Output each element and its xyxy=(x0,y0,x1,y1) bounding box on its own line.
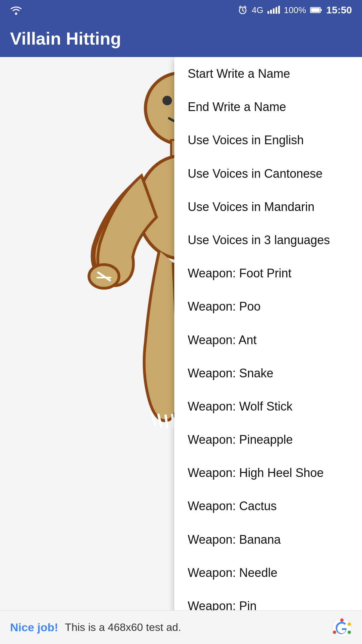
menu-item-weapon-snake[interactable]: Weapon: Snake xyxy=(174,357,362,390)
app-title: Villain Hitting xyxy=(10,29,121,49)
menu-item-weapon-poo[interactable]: Weapon: Poo xyxy=(174,290,362,323)
menu-item-end-write-name[interactable]: End Write a Name xyxy=(174,90,362,123)
svg-point-29 xyxy=(348,623,351,626)
menu-item-weapon-pin[interactable]: Weapon: Pin xyxy=(174,589,362,610)
menu-item-use-voices-mandarin[interactable]: Use Voices in Mandarin xyxy=(174,190,362,223)
svg-point-28 xyxy=(340,619,344,622)
menu-item-weapon-banana[interactable]: Weapon: Banana xyxy=(174,523,362,556)
menu-item-use-voices-cantonese[interactable]: Use Voices in Cantonese xyxy=(174,157,362,190)
signal-bars xyxy=(267,6,280,14)
network-label: 4G xyxy=(252,5,263,15)
svg-line-20 xyxy=(172,415,173,427)
status-bar-right: 4G 100% 15:50 xyxy=(238,4,352,16)
time-display: 15:50 xyxy=(326,4,352,16)
menu-item-weapon-pineapple[interactable]: Weapon: Pineapple xyxy=(174,423,362,456)
svg-line-5 xyxy=(245,6,246,7)
battery-icon xyxy=(310,6,322,14)
menu-item-weapon-wolf-stick[interactable]: Weapon: Wolf Stick xyxy=(174,390,362,423)
svg-point-30 xyxy=(348,631,351,634)
svg-line-4 xyxy=(239,6,241,7)
svg-line-19 xyxy=(166,416,167,427)
svg-rect-7 xyxy=(311,8,320,12)
svg-point-10 xyxy=(163,96,172,105)
ad-nice-job-label: Nice job! xyxy=(10,621,58,634)
ad-text-label: This is a 468x60 test ad. xyxy=(65,621,325,634)
wifi-icon xyxy=(10,5,22,15)
google-icon xyxy=(332,618,352,638)
svg-point-0 xyxy=(15,12,17,14)
app-toolbar: Villain Hitting xyxy=(0,20,362,57)
dropdown-menu: Start Write a NameEnd Write a NameUse Vo… xyxy=(174,57,362,610)
ad-banner: Nice job! This is a 468x60 test ad. xyxy=(0,610,362,644)
menu-item-weapon-cactus[interactable]: Weapon: Cactus xyxy=(174,489,362,523)
menu-item-weapon-high-heel-shoe[interactable]: Weapon: High Heel Shoe xyxy=(174,456,362,489)
status-bar: 4G 100% 15:50 xyxy=(0,0,362,20)
menu-item-start-write-name[interactable]: Start Write a Name xyxy=(174,57,362,90)
svg-point-31 xyxy=(333,631,336,634)
svg-line-3 xyxy=(243,10,244,11)
menu-item-weapon-ant[interactable]: Weapon: Ant xyxy=(174,323,362,357)
battery-percentage: 100% xyxy=(284,5,306,15)
main-content: Start Write a NameEnd Write a NameUse Vo… xyxy=(0,57,362,610)
status-bar-left xyxy=(10,5,22,15)
alarm-icon xyxy=(238,5,248,15)
menu-item-use-voices-english[interactable]: Use Voices in English xyxy=(174,123,362,157)
svg-rect-8 xyxy=(320,9,322,11)
menu-item-weapon-needle[interactable]: Weapon: Needle xyxy=(174,556,362,589)
menu-item-use-voices-3lang[interactable]: Use Voices in 3 languages xyxy=(174,223,362,257)
menu-item-weapon-foot-print[interactable]: Weapon: Foot Print xyxy=(174,257,362,290)
